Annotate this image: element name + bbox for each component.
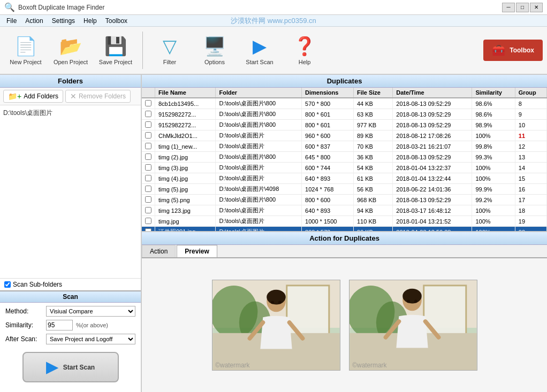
method-row: Method: Visiual Compare Exact Match MD5	[5, 306, 135, 317]
help-button[interactable]: ❓ Help	[283, 29, 326, 71]
table-row[interactable]: timg (5).jpg D:\tools\桌面图片\4098 1024 * 7…	[142, 184, 547, 195]
table-row[interactable]: timg (3).jpg D:\tools\桌面图片 600 * 744 54 …	[142, 163, 547, 173]
table-row[interactable]: timg (5).png D:\tools\桌面图片\800 800 * 600…	[142, 195, 547, 205]
col-group: Group	[515, 88, 546, 98]
save-project-button[interactable]: 💾 Save Project	[94, 29, 137, 71]
menu-settings[interactable]: Settings	[48, 16, 79, 26]
row-filesize: 63 KB	[353, 109, 392, 120]
scan-subfolders-row: Scan Sub-folders	[0, 278, 141, 290]
row-similarity: 99.3%	[472, 152, 515, 163]
row-checkbox-11[interactable]	[145, 218, 151, 224]
row-similarity: 99.8%	[472, 141, 515, 152]
row-similarity: 100%	[472, 130, 515, 141]
table-row[interactable]: timg (2).jpg D:\tools\桌面图片\800 645 * 800…	[142, 152, 547, 163]
folder-path: D:\tools\桌面图片	[3, 109, 52, 117]
svg-text:©watermark: ©watermark	[352, 362, 386, 369]
close-button[interactable]: ✕	[530, 3, 543, 12]
row-checkbox-cell	[142, 163, 155, 173]
options-button[interactable]: 🖥️ Options	[193, 29, 236, 71]
menu-toolbox[interactable]: Toolbox	[101, 16, 132, 26]
filter-icon: ▽	[163, 35, 177, 57]
row-folder: D:\tools\桌面图片\800	[216, 109, 302, 120]
minimize-button[interactable]: ─	[502, 3, 515, 12]
row-checkbox-7[interactable]	[145, 175, 151, 181]
start-scan-toolbar-button[interactable]: ▶ Start Scan	[238, 29, 281, 71]
new-project-button[interactable]: 📄 New Project	[4, 29, 47, 71]
duplicates-table-container[interactable]: File Name Folder Dimensions File Size Da…	[142, 88, 547, 232]
table-row[interactable]: 8cb1cb13495... D:\tools\桌面图片\800 570 * 8…	[142, 98, 547, 109]
table-row[interactable]: timg (4).jpg D:\tools\桌面图片 640 * 893 61 …	[142, 173, 547, 184]
row-checkbox-9[interactable]	[145, 196, 151, 203]
table-row[interactable]: timg (1)_new... D:\tools\桌面图片 600 * 837 …	[142, 141, 547, 152]
row-folder: D:\tools\桌面图片	[216, 163, 302, 173]
similarity-input[interactable]	[46, 320, 73, 330]
row-checkbox-4[interactable]	[145, 143, 151, 149]
right-panel: Duplicates File Name Folder Dimensions F…	[142, 75, 547, 392]
preview-image-1: ©watermark	[212, 280, 340, 371]
row-filename: timg (4).jpg	[155, 173, 216, 184]
filter-button[interactable]: ▽ Filter	[148, 29, 191, 71]
toolbox-button[interactable]: 🧰 Toolbox	[483, 40, 543, 61]
row-checkbox-5[interactable]	[145, 153, 151, 160]
scan-fields: Method: Visiual Compare Exact Match MD5 …	[0, 303, 141, 348]
row-checkbox-12[interactable]	[145, 228, 151, 233]
row-checkbox-1[interactable]	[145, 111, 151, 117]
table-row[interactable]: 9152982272... D:\tools\桌面图片\800 800 * 60…	[142, 120, 547, 130]
app-icon: 🔍	[4, 2, 15, 12]
row-similarity: 100%	[472, 216, 515, 227]
row-folder: D:\tools\桌面图片\800	[216, 98, 302, 109]
row-filename: timg.jpg	[155, 216, 216, 227]
row-folder: D:\tools\桌面图片\4098	[216, 184, 302, 195]
menu-help[interactable]: Help	[79, 16, 101, 26]
action-for-duplicates-header: Action for Duplicates	[142, 232, 547, 245]
remove-icon: ✕	[70, 92, 77, 101]
row-date: 2018-04-23 13:56:38	[393, 227, 472, 233]
col-dimensions: Dimensions	[302, 88, 354, 98]
start-scan-play-icon: ▶	[46, 358, 58, 376]
remove-folders-button[interactable]: ✕ Remove Folders	[65, 90, 131, 103]
open-project-button[interactable]: 📂 Open Project	[49, 29, 92, 71]
scan-subfolders-checkbox[interactable]	[4, 281, 11, 288]
row-checkbox-cell	[142, 109, 155, 120]
row-checkbox-cell	[142, 216, 155, 227]
tab-preview[interactable]: Preview	[177, 245, 217, 257]
menu-action[interactable]: Action	[21, 16, 47, 26]
table-row[interactable]: 证件照001.jpg D:\tools\桌面图片 800 * 573 96 KB…	[142, 227, 547, 233]
row-checkbox-3[interactable]	[145, 132, 151, 139]
row-checkbox-2[interactable]	[145, 121, 151, 128]
method-label: Method:	[5, 308, 43, 315]
after-scan-select[interactable]: Save Project and Logoff Do Nothing Shutd…	[46, 334, 135, 344]
start-scan-button[interactable]: ▶ Start Scan	[22, 352, 119, 382]
row-group: 9	[515, 109, 546, 120]
toolbox-label: Toolbox	[510, 47, 534, 54]
table-row[interactable]: ChMkJld2O1... D:\tools\桌面图片 960 * 600 89…	[142, 130, 547, 141]
tab-action[interactable]: Action	[142, 245, 176, 257]
row-dimensions: 800 * 601	[302, 120, 354, 130]
table-row[interactable]: timg.jpg D:\tools\桌面图片 1000 * 1500 110 K…	[142, 216, 547, 227]
row-checkbox-cell	[142, 227, 155, 233]
row-group: 19	[515, 216, 546, 227]
save-project-label: Save Project	[99, 59, 132, 65]
row-folder: D:\tools\桌面图片\800	[216, 120, 302, 130]
row-folder: D:\tools\桌面图片	[216, 227, 302, 233]
row-dimensions: 800 * 573	[302, 227, 354, 233]
row-filename: timg (5).png	[155, 195, 216, 205]
row-checkbox-6[interactable]	[145, 164, 151, 171]
row-checkbox-cell	[142, 195, 155, 205]
row-checkbox-10[interactable]	[145, 207, 151, 213]
table-row[interactable]: 9152982272... D:\tools\桌面图片\800 800 * 60…	[142, 109, 547, 120]
method-select[interactable]: Visiual Compare Exact Match MD5	[46, 306, 135, 317]
menu-file[interactable]: File	[2, 16, 21, 26]
row-filesize: 96 KB	[353, 227, 392, 233]
table-row[interactable]: timg 123.jpg D:\tools\桌面图片 640 * 893 94 …	[142, 205, 547, 216]
row-date: 2018-08-13 09:52:29	[393, 109, 472, 120]
maximize-button[interactable]: □	[516, 3, 529, 12]
row-checkbox-8[interactable]	[145, 186, 151, 192]
svg-point-8	[267, 290, 286, 305]
row-checkbox-0[interactable]	[145, 100, 151, 106]
row-folder: D:\tools\桌面图片	[216, 130, 302, 141]
row-date: 2018-03-17 16:48:12	[393, 205, 472, 216]
row-dimensions: 570 * 800	[302, 98, 354, 109]
row-folder: D:\tools\桌面图片\800	[216, 195, 302, 205]
add-folders-button[interactable]: 📁+ Add Folders	[3, 90, 63, 103]
